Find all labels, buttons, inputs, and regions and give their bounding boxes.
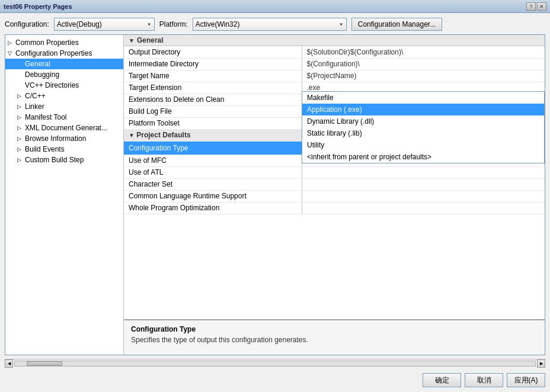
scrollbar-thumb[interactable] xyxy=(27,361,62,366)
left-panel: ▷Common Properties▽Configuration Propert… xyxy=(5,35,124,355)
sidebar-item-common-properties[interactable]: ▷Common Properties xyxy=(5,37,123,48)
prop-value xyxy=(302,178,545,190)
sidebar-label-xml-document: XML Document Generat... xyxy=(25,124,107,132)
sidebar-label-configuration-properties: Configuration Properties xyxy=(15,49,92,57)
scroll-left-button[interactable]: ◀ xyxy=(5,359,13,368)
sidebar-label-manifest-tool: Manifest Tool xyxy=(25,113,66,121)
window-title: test06 Property Pages xyxy=(4,3,72,10)
platform-value: Active(Win32) xyxy=(196,20,240,28)
configuration-dropdown-arrow: ▼ xyxy=(147,22,152,27)
description-area: Configuration Type Specifies the type of… xyxy=(124,319,545,355)
prop-name: Use of ATL xyxy=(124,166,302,178)
tree-arrow-xml-document: ▷ xyxy=(17,125,23,131)
content-area: ▷Common Properties▽Configuration Propert… xyxy=(5,34,545,355)
prop-value: $(ProjectName) xyxy=(302,70,545,82)
config-type-dropdown-list[interactable]: MakefileApplication (.exe)Dynamic Librar… xyxy=(302,91,545,163)
apply-button[interactable]: 应用(A) xyxy=(507,373,545,387)
prop-name: Character Set xyxy=(124,178,302,190)
sidebar-label-vc-directories: VC++ Directories xyxy=(25,81,79,89)
prop-value xyxy=(302,202,545,214)
tree-arrow-build-events: ▷ xyxy=(17,146,23,152)
cancel-button[interactable]: 取消 xyxy=(465,373,503,387)
right-panel: ▼ General Output Directory $(SolutionDir… xyxy=(124,35,545,355)
sidebar-label-browse-information: Browse Information xyxy=(25,134,86,143)
sidebar-item-browse-information[interactable]: ▷Browse Information xyxy=(5,133,123,144)
sidebar-label-common-properties: Common Properties xyxy=(15,38,79,47)
dropdown-option[interactable]: Dynamic Library (.dll) xyxy=(302,115,544,127)
prop-name: Whole Program Optimization xyxy=(124,202,302,214)
tree-arrow-browse-information: ▷ xyxy=(17,136,23,142)
platform-dropdown-arrow: ▼ xyxy=(339,22,344,27)
title-bar-buttons: ? ✕ xyxy=(526,2,546,11)
sidebar-item-xml-document[interactable]: ▷XML Document Generat... xyxy=(5,123,123,133)
scrollbar-track[interactable] xyxy=(14,361,536,367)
sidebar-item-configuration-properties[interactable]: ▽Configuration Properties xyxy=(5,48,123,59)
config-manager-button[interactable]: Configuration Manager... xyxy=(351,18,442,31)
sidebar-item-debugging[interactable]: Debugging xyxy=(5,69,123,80)
ok-button[interactable]: 确定 xyxy=(423,373,461,387)
dropdown-option[interactable]: Utility xyxy=(302,139,544,151)
prop-value xyxy=(302,166,545,178)
sidebar-item-linker[interactable]: ▷Linker xyxy=(5,101,123,112)
configuration-value: Active(Debug) xyxy=(57,20,102,28)
description-title: Configuration Type xyxy=(131,325,538,333)
props-area: ▼ General Output Directory $(SolutionDir… xyxy=(124,35,545,319)
tree-arrow-common-properties: ▷ xyxy=(8,40,14,46)
general-section-header: ▼ General xyxy=(124,35,545,46)
prop-name: Target Name xyxy=(124,70,302,82)
sidebar-item-custom-build-step[interactable]: ▷Custom Build Step xyxy=(5,155,123,165)
table-row: Intermediate Directory $(Configuration)\ xyxy=(124,58,545,70)
title-bar: test06 Property Pages ? ✕ xyxy=(0,0,550,13)
project-defaults-collapse-icon: ▼ xyxy=(129,132,135,139)
sidebar-item-vc-directories[interactable]: VC++ Directories xyxy=(5,80,123,91)
prop-name: Build Log File xyxy=(124,105,302,117)
tree-arrow-custom-build-step: ▷ xyxy=(17,157,23,163)
tree-arrow-cpp: ▷ xyxy=(17,93,23,99)
prop-value: $(Configuration)\ xyxy=(302,58,545,70)
table-row: Whole Program Optimization xyxy=(124,202,545,214)
platform-dropdown[interactable]: Active(Win32) ▼ xyxy=(193,18,347,31)
prop-name: Use of MFC xyxy=(124,155,302,166)
general-collapse-icon: ▼ xyxy=(129,37,135,44)
description-text: Specifies the type of output this config… xyxy=(131,336,538,344)
prop-value: $(SolutionDir)$(Configuration)\ xyxy=(302,46,545,58)
sidebar-item-general[interactable]: General xyxy=(5,59,123,69)
table-row: Use of ATL xyxy=(124,166,545,178)
tree-arrow-configuration-properties: ▽ xyxy=(8,50,14,56)
sidebar-label-debugging: Debugging xyxy=(25,70,59,79)
prop-value xyxy=(302,190,545,202)
prop-name: Intermediate Directory xyxy=(124,58,302,70)
configuration-label: Configuration: xyxy=(5,20,49,28)
dropdown-option[interactable]: <inherit from parent or project defaults… xyxy=(302,151,544,163)
prop-name: Configuration Type xyxy=(124,141,302,155)
close-button[interactable]: ✕ xyxy=(537,2,546,11)
scroll-right-button[interactable]: ▶ xyxy=(537,359,545,368)
top-bar: Configuration: Active(Debug) ▼ Platform:… xyxy=(5,18,545,31)
configuration-dropdown[interactable]: Active(Debug) ▼ xyxy=(54,18,155,31)
dropdown-option[interactable]: Application (.exe) xyxy=(302,104,544,115)
sidebar-label-build-events: Build Events xyxy=(25,145,65,153)
sidebar-item-build-events[interactable]: ▷Build Events xyxy=(5,144,123,155)
scrollbar-area: ◀ ▶ xyxy=(5,359,545,367)
platform-label: Platform: xyxy=(159,20,188,28)
table-row: Target Name $(ProjectName) xyxy=(124,70,545,82)
table-row: Output Directory $(SolutionDir)$(Configu… xyxy=(124,46,545,58)
tree-arrow-manifest-tool: ▷ xyxy=(17,114,23,120)
sidebar-item-manifest-tool[interactable]: ▷Manifest Tool xyxy=(5,112,123,123)
dropdown-option[interactable]: Makefile xyxy=(302,92,544,104)
bottom-bar: 确定 取消 应用(A) xyxy=(5,371,545,387)
table-row: Common Language Runtime Support xyxy=(124,190,545,202)
sidebar-label-custom-build-step: Custom Build Step xyxy=(25,156,84,164)
tree-arrow-linker: ▷ xyxy=(17,104,23,110)
general-section-label: General xyxy=(137,36,164,44)
prop-name: Target Extension xyxy=(124,82,302,94)
sidebar-item-cpp[interactable]: ▷C/C++ xyxy=(5,91,123,101)
prop-name: Platform Toolset xyxy=(124,117,302,129)
sidebar-label-linker: Linker xyxy=(25,102,44,111)
dialog: Configuration: Active(Debug) ▼ Platform:… xyxy=(0,13,550,392)
prop-name: Output Directory xyxy=(124,46,302,58)
help-button[interactable]: ? xyxy=(526,2,536,11)
dropdown-option[interactable]: Static library (.lib) xyxy=(302,127,544,139)
sidebar-label-cpp: C/C++ xyxy=(25,92,46,100)
project-defaults-label: Project Defaults xyxy=(136,131,190,139)
